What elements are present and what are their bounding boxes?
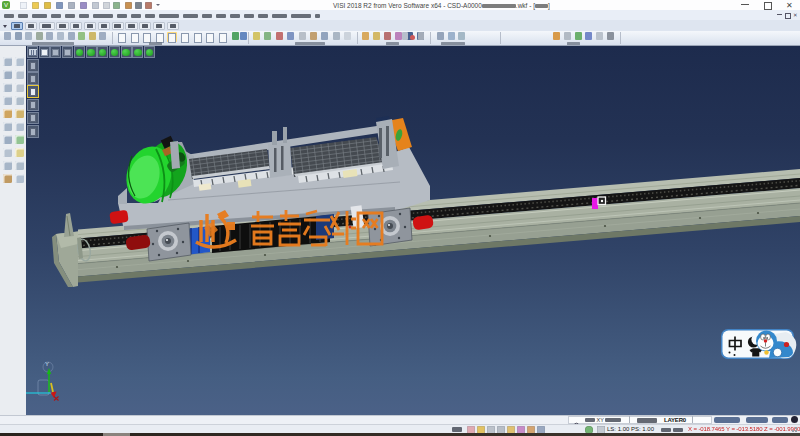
svg-text:Y: Y — [45, 361, 49, 367]
